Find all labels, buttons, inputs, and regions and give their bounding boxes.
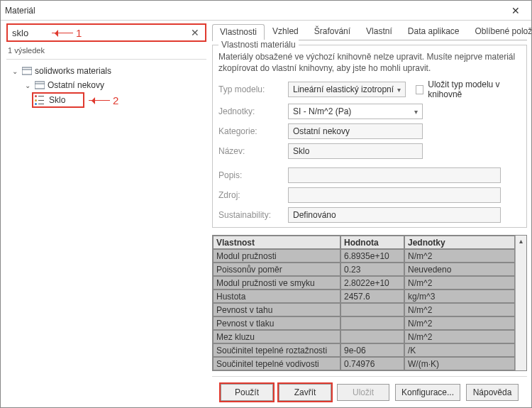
col-property[interactable]: Vlastnost <box>213 236 340 249</box>
search-result-count: 1 výsledek <box>6 43 206 60</box>
arrow-left-icon <box>52 33 73 33</box>
tab-šrafování[interactable]: Šrafování <box>306 23 358 40</box>
table-cell: Modul pružnosti ve smyku <box>213 276 340 290</box>
units-select[interactable]: SI - N/m^2 (Pa) ▾ <box>288 104 423 119</box>
source-field <box>288 187 501 203</box>
table-cell: /K <box>404 343 515 357</box>
tree-material-node[interactable]: Sklo <box>32 92 84 108</box>
tab-data-aplikace[interactable]: Data aplikace <box>400 23 467 40</box>
left-panel: 1 ✕ 1 výsledek ⌄ solidworks materials ⌄ … <box>1 21 209 407</box>
sustainability-value: Definováno <box>293 210 336 220</box>
label-category: Kategorie: <box>218 126 282 136</box>
table-cell: 0.74976 <box>340 357 404 370</box>
tab-oblíbené-položky[interactable]: Oblíbené položky <box>467 23 531 40</box>
table-cell <box>340 316 404 330</box>
table-cell: N/m^2 <box>404 316 515 330</box>
window-title: Materiál <box>5 6 504 16</box>
callout-1: 1 <box>52 27 82 39</box>
checkbox-icon <box>416 85 423 94</box>
callout-1-number: 1 <box>76 27 82 39</box>
help-button[interactable]: Nápověda <box>466 384 519 401</box>
table-cell: N/m^2 <box>404 249 515 263</box>
table-cell: kg/m^3 <box>404 290 515 303</box>
material-properties-group: Vlastnosti materiálu Materiály obsažené … <box>212 45 527 228</box>
table-cell <box>340 303 404 316</box>
table-cell: N/m^2 <box>404 276 515 290</box>
table-cell: Modul pružnosti <box>213 249 340 263</box>
tree-toggle-icon[interactable]: ⌄ <box>23 82 32 89</box>
table-cell: 2.8022e+10 <box>340 276 404 290</box>
table-row[interactable]: Pevnost v tlakuN/m^2 <box>213 316 515 330</box>
material-icon <box>35 95 45 105</box>
label-units: Jednotky: <box>218 106 282 116</box>
save-type-checkbox: Uložit typ modelu v knihovně <box>416 79 521 99</box>
table-cell: W/(m·K) <box>404 357 515 370</box>
chevron-down-icon: ▾ <box>397 86 401 94</box>
arrow-left-icon <box>89 100 110 101</box>
table-cell <box>340 330 404 343</box>
category-field: Ostatní nekovy <box>288 123 423 139</box>
tree-toggle-icon[interactable]: ⌄ <box>11 67 19 75</box>
table-cell: Součinitel tepelné roztažnosti <box>213 343 340 357</box>
table-cell: 9e-06 <box>340 343 404 357</box>
table-cell: Poissonův poměr <box>213 263 340 276</box>
close-icon[interactable]: ✕ <box>504 4 527 18</box>
model-type-value: Lineární elastický izotropní <box>293 84 394 94</box>
table-row[interactable]: Modul pružnosti6.8935e+10N/m^2 <box>213 249 515 263</box>
col-units[interactable]: Jednotky <box>404 236 515 249</box>
table-row[interactable]: Součinitel tepelné vodivosti0.74976W/(m·… <box>213 357 515 370</box>
callout-2: 2 <box>89 94 118 106</box>
table-row[interactable]: Hustota2457.6kg/m^3 <box>213 290 515 303</box>
table-row[interactable]: Mez kluzuN/m^2 <box>213 330 515 343</box>
search-input[interactable] <box>12 28 189 38</box>
tree-library-label[interactable]: solidworks materials <box>35 66 111 76</box>
sustainability-field: Definováno <box>288 207 501 223</box>
table-cell: Pevnost v tlaku <box>213 316 340 330</box>
scrollbar[interactable]: ▴ <box>515 236 526 370</box>
table-cell: Pevnost v tahu <box>213 303 340 316</box>
col-value[interactable]: Hodnota <box>340 236 404 249</box>
callout-2-number: 2 <box>113 94 118 106</box>
table-row[interactable]: Součinitel tepelné roztažnosti9e-06/K <box>213 343 515 357</box>
table-row[interactable]: Modul pružnosti ve smyku2.8022e+10N/m^2 <box>213 276 515 290</box>
group-hint: Materiály obsažené ve výchozí knihovně n… <box>218 51 521 74</box>
save-type-label: Uložit typ modelu v knihovně <box>428 79 521 99</box>
property-table: Vlastnost Hodnota Jednotky Modul pružnos… <box>212 235 527 371</box>
material-tree: ⌄ solidworks materials ⌄ Ostatní nekovy <box>6 64 206 108</box>
table-row[interactable]: Pevnost v tahuN/m^2 <box>213 303 515 316</box>
category-value: Ostatní nekovy <box>293 126 350 136</box>
label-name: Název: <box>218 146 282 156</box>
units-value: SI - N/m^2 (Pa) <box>293 106 351 116</box>
tree-material-label: Sklo <box>49 95 65 105</box>
tab-vzhled[interactable]: Vzhled <box>265 23 306 40</box>
category-icon <box>35 81 45 89</box>
svg-rect-2 <box>35 82 45 89</box>
table-cell: N/m^2 <box>404 330 515 343</box>
save-button: Uložit <box>337 384 389 401</box>
config-button[interactable]: Konfigurace... <box>395 384 460 401</box>
label-source: Zdroj: <box>218 190 282 200</box>
close-button[interactable]: Zavřít <box>279 384 331 401</box>
table-cell: Hustota <box>213 290 340 303</box>
table-cell: 2457.6 <box>340 290 404 303</box>
tree-category-label[interactable]: Ostatní nekovy <box>48 80 104 90</box>
model-type-select[interactable]: Lineární elastický izotropní ▾ <box>288 82 406 97</box>
tab-vlastní[interactable]: Vlastní <box>358 23 400 40</box>
table-cell: Mez kluzu <box>213 330 340 343</box>
dialog-footer: Použít Zavřít Uložit Konfigurace... Nápo… <box>212 376 527 407</box>
tab-strip: VlastnostiVzhledŠrafováníVlastníData apl… <box>212 23 527 40</box>
name-value: Sklo <box>293 146 309 156</box>
label-model-type: Typ modelu: <box>218 84 282 94</box>
clear-search-icon[interactable]: ✕ <box>189 27 201 38</box>
title-bar: Materiál ✕ <box>1 1 531 21</box>
table-cell: 0.23 <box>340 263 404 276</box>
group-title: Vlastnosti materiálu <box>218 40 299 50</box>
apply-button[interactable]: Použít <box>221 384 273 401</box>
name-field: Sklo <box>288 143 423 159</box>
table-row[interactable]: Poissonův poměr0.23Neuvedeno <box>213 263 515 276</box>
table-cell: Neuvedeno <box>404 263 515 276</box>
table-cell: 6.8935e+10 <box>340 249 404 263</box>
tab-vlastnosti[interactable]: Vlastnosti <box>212 24 265 41</box>
label-sustainability: Sustainability: <box>218 210 282 220</box>
right-panel: VlastnostiVzhledŠrafováníVlastníData apl… <box>209 21 531 407</box>
